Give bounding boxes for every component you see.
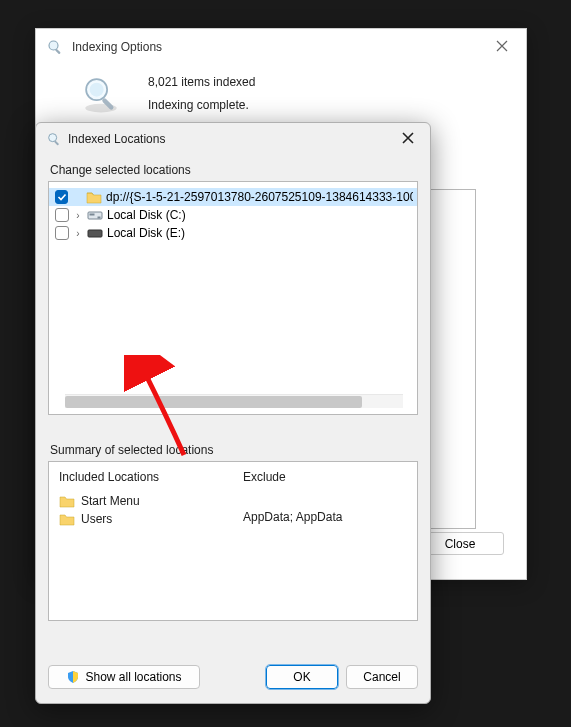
tree-checkbox[interactable] [55,190,68,204]
list-item[interactable]: Users [59,510,223,528]
folder-icon [59,512,75,526]
change-locations-label: Change selected locations [50,163,418,177]
summary-panel: Included Locations Start Menu Users Excl… [48,461,418,621]
cancel-button[interactable]: Cancel [346,665,418,689]
horizontal-scrollbar[interactable] [65,394,403,408]
magnifier-icon [46,131,62,147]
items-indexed-text: 8,021 items indexed [148,71,255,94]
indexed-locations-close-button[interactable] [396,130,420,149]
included-column: Included Locations Start Menu Users [49,462,233,620]
chevron-right-icon[interactable]: › [73,228,83,239]
svg-rect-11 [88,230,102,237]
tree-node-label: Local Disk (E:) [107,226,185,240]
included-header: Included Locations [59,470,223,484]
check-icon [57,192,67,202]
chevron-right-icon[interactable]: › [73,210,83,221]
svg-point-0 [49,41,58,50]
tree-row[interactable]: › dp://{S-1-5-21-2597013780-2607525109-1… [49,188,417,206]
tree-row[interactable]: › Local Disk (E:) [49,224,417,242]
show-all-locations-button[interactable]: Show all locations [48,665,200,689]
shield-icon [66,670,80,684]
magnifier-large-icon [80,73,122,115]
indexing-options-close-button[interactable] [488,35,516,59]
dialog-button-row: Show all locations OK Cancel [48,665,418,689]
indexing-status-text: Indexing complete. [148,94,255,117]
indexing-options-title: Indexing Options [72,40,162,54]
close-icon [402,132,414,144]
folder-icon [59,494,75,508]
disk-icon [87,208,103,222]
tree-checkbox[interactable] [55,208,69,222]
indexed-locations-title: Indexed Locations [68,132,165,146]
exclude-text: AppData; AppData [243,510,407,524]
folder-icon [86,190,102,204]
tree-row[interactable]: › Local Disk (C:) [49,206,417,224]
indexed-locations-window: Indexed Locations Change selected locati… [35,122,431,704]
indexing-options-body: 8,021 items indexed Indexing complete. [36,65,526,123]
indexing-options-titlebar: Indexing Options [36,29,526,65]
list-item[interactable]: Start Menu [59,492,223,510]
close-icon [496,40,508,52]
magnifier-icon [46,38,64,56]
svg-rect-10 [98,217,100,218]
exclude-header: Exclude [243,470,407,484]
svg-point-6 [49,134,57,142]
tree-node-label: dp://{S-1-5-21-2597013780-2607525109-138… [106,190,413,204]
svg-rect-7 [54,140,59,145]
disk-icon [87,226,103,240]
show-all-label: Show all locations [85,670,181,684]
scrollbar-thumb[interactable] [65,396,362,408]
included-item-label: Users [81,512,112,526]
locations-tree[interactable]: › dp://{S-1-5-21-2597013780-2607525109-1… [48,181,418,415]
svg-point-4 [90,82,104,96]
ok-button[interactable]: OK [266,665,338,689]
included-item-label: Start Menu [81,494,140,508]
tree-node-label: Local Disk (C:) [107,208,186,222]
svg-rect-1 [55,49,61,55]
svg-rect-9 [90,214,94,215]
tree-checkbox[interactable] [55,226,69,240]
indexed-locations-titlebar: Indexed Locations [36,123,430,155]
summary-label: Summary of selected locations [50,443,418,457]
exclude-column: Exclude AppData; AppData [233,462,417,620]
